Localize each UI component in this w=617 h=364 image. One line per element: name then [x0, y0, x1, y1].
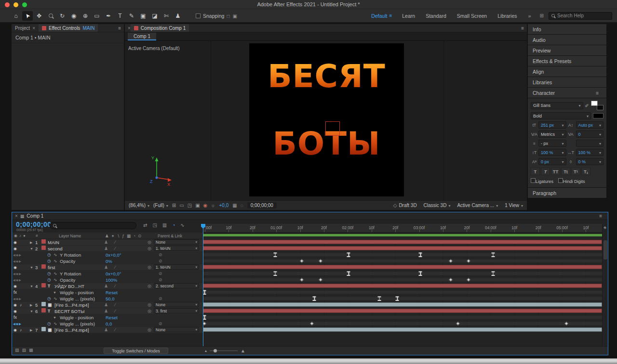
- property-name[interactable]: Wiggle ... (pixels): [60, 321, 95, 327]
- parent-pickwhip-icon[interactable]: ◎: [148, 264, 151, 271]
- layer-name[interactable]: [Fire S...P4.mp4]: [54, 302, 89, 308]
- current-time-indicator[interactable]: [203, 224, 203, 346]
- layer-color-chip[interactable]: [41, 302, 46, 306]
- parent-select[interactable]: 3. first: [154, 308, 199, 313]
- keyframe-icon[interactable]: [347, 253, 350, 257]
- pane-toggle-icon-1[interactable]: ▧: [15, 348, 22, 352]
- visibility-toggle[interactable]: ◉: [13, 264, 17, 271]
- minimize-window-button[interactable]: [13, 2, 18, 7]
- tab-project[interactable]: Project ×: [12, 24, 39, 32]
- region-of-interest-icon[interactable]: ◳: [188, 203, 192, 208]
- tab-composition[interactable]: Composition Comp 1: [131, 24, 189, 32]
- effect-name[interactable]: Wiggle - position: [60, 314, 94, 321]
- preview-time-display[interactable]: 0;00;00;00: [247, 202, 277, 208]
- fill-color-swatch[interactable]: [591, 101, 598, 106]
- stopwatch-icon[interactable]: ◷: [47, 271, 51, 277]
- property-row[interactable]: ◀◆▶◷∿Y Rotation0x+0,0°⊘: [12, 252, 602, 258]
- visibility-toggle[interactable]: ◉: [13, 302, 17, 308]
- fast-previews-button[interactable]: ◇Draft 3D: [393, 203, 417, 208]
- mini-flowchart-icon[interactable]: ⇄: [143, 222, 147, 228]
- twirl-icon[interactable]: ▼: [30, 283, 33, 289]
- timeline-zoom-slider[interactable]: [210, 351, 238, 351]
- layer-duration-bar[interactable]: [203, 327, 602, 332]
- keyframe-navigator[interactable]: ◀◆▶: [13, 271, 22, 277]
- stroke-style-select[interactable]: [576, 140, 604, 147]
- ligatures-option[interactable]: Ligatures: [531, 178, 553, 184]
- selection-tool[interactable]: ➤: [22, 11, 33, 21]
- panel-header-libraries[interactable]: Libraries: [528, 77, 606, 87]
- font-size-select[interactable]: 251 px: [538, 121, 566, 129]
- layer-color-chip[interactable]: [41, 308, 46, 312]
- reset-link[interactable]: Reset: [106, 289, 118, 296]
- close-icon[interactable]: ×: [125, 26, 131, 31]
- layer-row-3[interactable]: ◉▼3first♟∕◎1. MAIN: [12, 264, 602, 271]
- property-row[interactable]: ◀◆▶◷∿Opacity100%⊘: [12, 277, 602, 283]
- show-snapshot-icon[interactable]: ◌: [241, 203, 243, 208]
- layer-name[interactable]: [Fire S...P4.mp4]: [54, 327, 89, 333]
- parent-select[interactable]: 1. MAIN: [154, 246, 199, 251]
- layer-switches[interactable]: ♟∕: [104, 302, 122, 308]
- keyframe-icon[interactable]: [491, 253, 495, 257]
- roto-brush-tool[interactable]: ✄: [161, 11, 172, 21]
- parent-select[interactable]: None: [154, 239, 199, 245]
- timeline-search[interactable]: [50, 222, 136, 229]
- twirl-icon[interactable]: ▼: [30, 246, 33, 252]
- workspace-overflow-button[interactable]: »: [524, 13, 535, 19]
- layer-color-chip[interactable]: [41, 327, 46, 331]
- keyframe-icon[interactable]: [347, 272, 350, 276]
- layer-name[interactable]: first: [48, 264, 55, 271]
- twirl-icon[interactable]: ▼: [53, 314, 56, 321]
- keyframe-icon[interactable]: [273, 272, 277, 276]
- panel-header-paragraph[interactable]: Paragraph: [528, 188, 606, 198]
- parent-select[interactable]: 1. MAIN: [154, 264, 199, 270]
- composition-viewport[interactable]: БЕСЯТ БОТЫ: [249, 43, 404, 196]
- pane-toggle-icon-2[interactable]: ▨: [22, 348, 29, 352]
- layer-row-5[interactable]: ◉♪▶5▦[Fire S...P4.mp4]♟∕◎None: [12, 302, 602, 308]
- zoom-in-icon[interactable]: ▲: [241, 348, 245, 353]
- property-value[interactable]: 0x+0,0°: [106, 252, 121, 258]
- frame-blending-icon[interactable]: ▥: [162, 222, 167, 228]
- layer-duration-bar[interactable]: [203, 265, 602, 269]
- keyframe-navigator[interactable]: ◀◆▶: [13, 252, 22, 258]
- stopwatch-icon[interactable]: ◷: [47, 321, 51, 327]
- stroke-width-select[interactable]: - px: [538, 140, 566, 147]
- twirl-icon[interactable]: ▶: [30, 302, 32, 308]
- layer-color-chip[interactable]: [41, 246, 46, 250]
- keyframe-icon[interactable]: [203, 315, 206, 320]
- camera-view-select[interactable]: Active Camera ...: [457, 203, 498, 208]
- eraser-tool[interactable]: ◪: [149, 11, 160, 21]
- leading-select[interactable]: Auto px: [576, 121, 604, 129]
- camera-tool[interactable]: ◉: [68, 11, 79, 21]
- panel-header-effects-presets[interactable]: Effects & Presets: [528, 56, 606, 66]
- keyframe-navigator[interactable]: ◀◆▶: [13, 258, 22, 264]
- panel-menu-icon[interactable]: ≡: [593, 90, 602, 96]
- rectangle-tool[interactable]: ▭: [92, 11, 102, 21]
- tsume-input[interactable]: 0 %: [576, 158, 604, 165]
- property-row[interactable]: ◀◆▶◷∿Wiggle ... (pixels)50,0⊘: [12, 296, 602, 302]
- faux-bold-button[interactable]: T: [531, 168, 540, 175]
- keyframe-navigator[interactable]: ◀◆▶: [13, 296, 22, 302]
- marker-well-icon[interactable]: ◈: [604, 225, 606, 230]
- 3d-axis-gizmo[interactable]: Y X Z: [138, 153, 173, 187]
- keyframe-icon[interactable]: [396, 297, 399, 301]
- composition-viewer[interactable]: Active Camera (Default) БЕСЯТ БОТЫ Y X: [125, 41, 527, 200]
- property-row[interactable]: ◀◆▶◷∿Y Rotation0x+0,0°⊘: [12, 271, 602, 277]
- stroke-color-swatch[interactable]: [597, 105, 604, 110]
- timeline-tab-label[interactable]: Comp 1: [27, 213, 43, 219]
- current-time-display[interactable]: 0;00;00;00: [16, 221, 52, 228]
- layer-switches[interactable]: ♟∕: [104, 246, 122, 252]
- puppet-pin-tool[interactable]: ♟: [173, 11, 183, 21]
- layer-switches[interactable]: ♟∕: [104, 239, 122, 246]
- hand-tool[interactable]: ✥: [34, 11, 44, 21]
- keyframe-icon[interactable]: [273, 253, 277, 257]
- parent-pickwhip-icon[interactable]: ◎: [148, 308, 151, 314]
- stopwatch-icon[interactable]: ◷: [47, 296, 51, 302]
- twirl-icon[interactable]: ▶: [30, 239, 32, 246]
- snap-option-icon-1[interactable]: □: [227, 13, 232, 19]
- layer-name[interactable]: MAIN: [48, 239, 59, 246]
- audio-toggle[interactable]: ♪: [20, 327, 22, 333]
- fill-stroke-swatches[interactable]: [591, 101, 604, 110]
- pane-toggle-icon-3[interactable]: ▩: [29, 348, 36, 352]
- twirl-icon[interactable]: ▼: [30, 264, 33, 271]
- stopwatch-icon[interactable]: ◷: [47, 252, 51, 258]
